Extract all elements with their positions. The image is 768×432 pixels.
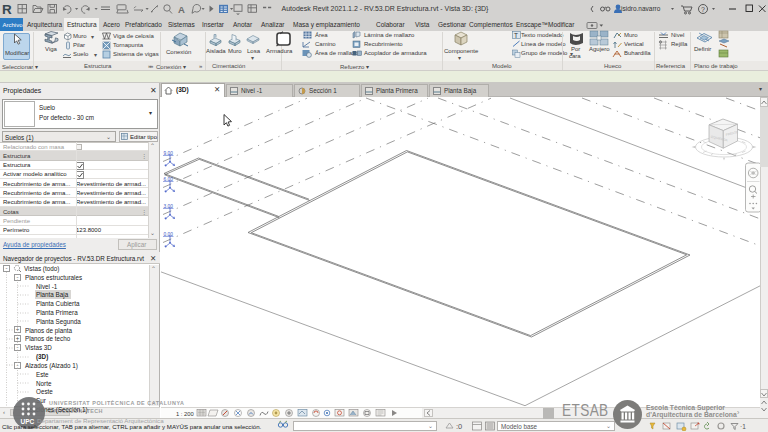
svg-text:3.00: 3.00: [164, 204, 174, 209]
svg-text:A: A: [178, 4, 185, 15]
svg-text:6.00: 6.00: [164, 177, 174, 182]
svg-text:R: R: [2, 2, 12, 17]
svg-text::0: :0: [456, 422, 462, 430]
svg-text:?: ?: [701, 6, 705, 13]
svg-text:isidro.navarro: isidro.navarro: [621, 5, 661, 12]
svg-text:·1: ·1: [740, 423, 746, 430]
svg-text:0.00: 0.00: [164, 232, 174, 237]
svg-text:T: T: [514, 32, 518, 39]
svg-text:9.00: 9.00: [164, 151, 174, 156]
